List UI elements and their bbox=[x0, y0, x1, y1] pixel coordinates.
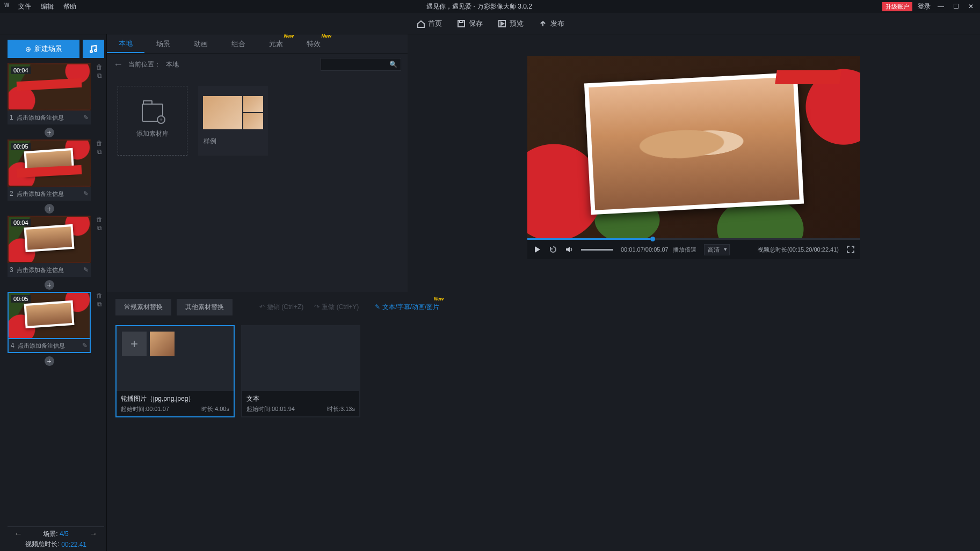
preview-button[interactable]: 预览 bbox=[498, 19, 524, 28]
volume-button[interactable] bbox=[565, 245, 574, 254]
quality-select[interactable]: 高清 bbox=[704, 244, 730, 255]
copy-scene-icon[interactable]: ⧉ bbox=[96, 300, 103, 308]
copy-scene-icon[interactable]: ⧉ bbox=[96, 224, 103, 232]
folder-plus-icon: + bbox=[142, 104, 163, 122]
tab-normal-replace[interactable]: 常规素材替换 bbox=[115, 299, 171, 315]
replay-button[interactable] bbox=[549, 245, 557, 254]
upload-icon bbox=[539, 19, 547, 28]
new-badge: New bbox=[284, 33, 294, 39]
scene-item[interactable]: 00:04 🗑 ⧉ 3 点击添加备注信息 ✎ bbox=[8, 216, 104, 277]
preview-canvas[interactable] bbox=[527, 56, 860, 238]
menu-file[interactable]: 文件 bbox=[18, 2, 31, 11]
add-scene-between-button[interactable]: + bbox=[45, 280, 54, 290]
edit-note-icon[interactable]: ✎ bbox=[83, 114, 89, 121]
breadcrumb-value: 本地 bbox=[166, 60, 179, 69]
sample-folder-tile[interactable]: 样例 bbox=[198, 86, 268, 156]
delete-scene-icon[interactable]: 🗑 bbox=[96, 216, 103, 223]
scene-note[interactable]: 点击添加备注信息 bbox=[17, 190, 80, 198]
sample-thumbnail bbox=[203, 96, 263, 129]
scene-number: 2 bbox=[10, 190, 13, 197]
menu-bar: 文件 编辑 帮助 bbox=[18, 2, 76, 11]
clip-title: 轮播图片（jpg,png,jpeg） bbox=[121, 394, 229, 403]
search-icon[interactable]: 🔍 bbox=[389, 61, 397, 68]
plus-circle-icon: ⊕ bbox=[25, 45, 31, 53]
total-duration-value: 00:22.41 bbox=[61, 541, 86, 548]
add-scene-between-button[interactable]: + bbox=[45, 128, 54, 137]
scene-count-label: 场景: bbox=[43, 530, 57, 538]
login-button[interactable]: 登录 bbox=[918, 2, 931, 11]
minimize-icon[interactable]: — bbox=[936, 2, 946, 11]
scene-sidebar: ⊕ 新建场景 00:04 🗑 ⧉ 1 点击添加备注信息 ✎ bbox=[0, 34, 106, 551]
tab-combo[interactable]: 组合 bbox=[220, 34, 257, 53]
publish-button[interactable]: 发布 bbox=[539, 19, 564, 28]
scene-item-active[interactable]: 00:05 🗑 ⧉ 4 点击添加备注信息 ✎ bbox=[8, 292, 104, 353]
home-icon bbox=[416, 19, 425, 28]
fullscreen-button[interactable] bbox=[846, 245, 855, 254]
edit-note-icon[interactable]: ✎ bbox=[83, 266, 89, 274]
svg-rect-0 bbox=[458, 20, 464, 27]
copy-scene-icon[interactable]: ⧉ bbox=[96, 72, 103, 79]
maximize-icon[interactable]: ☐ bbox=[951, 2, 961, 11]
copy-scene-icon[interactable]: ⧉ bbox=[96, 148, 103, 156]
music-settings-button[interactable] bbox=[83, 40, 104, 58]
volume-slider[interactable] bbox=[581, 249, 613, 251]
clip-thumbnail bbox=[150, 332, 175, 356]
scene-summary: ← 场景: 4/5 → 视频总时长: 00:22.41 bbox=[8, 526, 104, 551]
delete-scene-icon[interactable]: 🗑 bbox=[96, 63, 103, 71]
add-library-tile[interactable]: + 添加素材库 bbox=[118, 86, 187, 156]
edit-note-icon[interactable]: ✎ bbox=[83, 190, 89, 197]
delete-scene-icon[interactable]: 🗑 bbox=[96, 292, 103, 299]
menu-edit[interactable]: 编辑 bbox=[41, 2, 54, 11]
home-label: 首页 bbox=[428, 19, 442, 28]
clip-title: 文本 bbox=[246, 394, 355, 403]
timeline-panel: 常规素材替换 其他素材替换 ↶ 撤销 (Ctrl+Z) ↷ 重做 (Ctrl+Y… bbox=[107, 292, 980, 551]
scene-note[interactable]: 点击添加备注信息 bbox=[17, 114, 80, 122]
upgrade-account-button[interactable]: 升级账户 bbox=[882, 2, 912, 11]
undo-button: ↶ 撤销 (Ctrl+Z) bbox=[259, 303, 303, 312]
title-bar: W 文件 编辑 帮助 遇见你，遇见爱 - 万彩影像大师 3.0.2 升级账户 登… bbox=[0, 0, 980, 13]
add-scene-between-button[interactable]: + bbox=[45, 204, 54, 214]
add-image-button[interactable]: + bbox=[122, 332, 147, 356]
scene-item[interactable]: 00:05 🗑 ⧉ 2 点击添加备注信息 ✎ bbox=[8, 139, 104, 201]
tab-element[interactable]: 元素New bbox=[257, 34, 295, 53]
new-badge: New bbox=[434, 296, 444, 302]
scene-item[interactable]: 00:04 🗑 ⧉ 1 点击添加备注信息 ✎ bbox=[8, 63, 104, 124]
delete-scene-icon[interactable]: 🗑 bbox=[96, 139, 103, 147]
save-button[interactable]: 保存 bbox=[457, 19, 483, 28]
new-scene-button[interactable]: ⊕ 新建场景 bbox=[8, 40, 79, 58]
search-input[interactable]: 🔍 bbox=[321, 58, 401, 71]
tab-effect[interactable]: 特效New bbox=[295, 34, 332, 53]
duration-badge: 00:05 bbox=[11, 295, 31, 303]
new-badge: New bbox=[321, 33, 331, 39]
asset-panel: 本地 场景 动画 组合 元素New 特效New ← 当前位置： 本地 🔍 bbox=[107, 34, 408, 292]
next-scene-button[interactable]: → bbox=[87, 529, 100, 539]
duration-badge: 00:05 bbox=[11, 143, 31, 150]
edit-note-icon[interactable]: ✎ bbox=[82, 342, 88, 349]
tab-other-replace[interactable]: 其他素材替换 bbox=[177, 299, 233, 315]
scene-note[interactable]: 点击添加备注信息 bbox=[17, 266, 80, 274]
scene-note[interactable]: 点击添加备注信息 bbox=[18, 342, 79, 350]
preview-label: 预览 bbox=[510, 19, 524, 28]
duration-badge: 00:04 bbox=[11, 67, 31, 74]
menu-help[interactable]: 帮助 bbox=[63, 2, 76, 11]
prev-scene-button[interactable]: ← bbox=[12, 529, 25, 539]
progress-bar[interactable] bbox=[527, 238, 860, 240]
home-button[interactable]: 首页 bbox=[416, 19, 442, 28]
tab-animation[interactable]: 动画 bbox=[182, 34, 220, 53]
play-button[interactable] bbox=[533, 245, 541, 254]
back-icon[interactable]: ← bbox=[113, 59, 123, 70]
add-scene-between-button[interactable]: + bbox=[45, 356, 54, 366]
sample-label: 样例 bbox=[204, 137, 216, 146]
player-controls: 00:01.07/00:05.07 播放倍速 高清 视频总时长(00:15.20… bbox=[527, 240, 860, 259]
tab-local[interactable]: 本地 bbox=[107, 34, 144, 53]
redo-button: ↷ 重做 (Ctrl+Y) bbox=[314, 303, 359, 312]
clip-carousel-image[interactable]: + 轮播图片（jpg,png,jpeg） 起始时间:00:01.07 时长:4.… bbox=[115, 325, 235, 417]
add-library-label: 添加素材库 bbox=[136, 129, 169, 138]
close-icon[interactable]: ✕ bbox=[966, 2, 976, 11]
text-subtitle-button[interactable]: ✎ 文本/字幕/动画/图片New bbox=[375, 303, 439, 312]
breadcrumb: ← 当前位置： 本地 🔍 bbox=[107, 54, 408, 75]
playback-rate-label: 播放倍速 bbox=[673, 246, 696, 254]
save-icon bbox=[457, 19, 466, 28]
tab-scene[interactable]: 场景 bbox=[144, 34, 182, 53]
clip-text[interactable]: 文本 起始时间:00:01.94 时长:3.13s bbox=[241, 325, 360, 417]
